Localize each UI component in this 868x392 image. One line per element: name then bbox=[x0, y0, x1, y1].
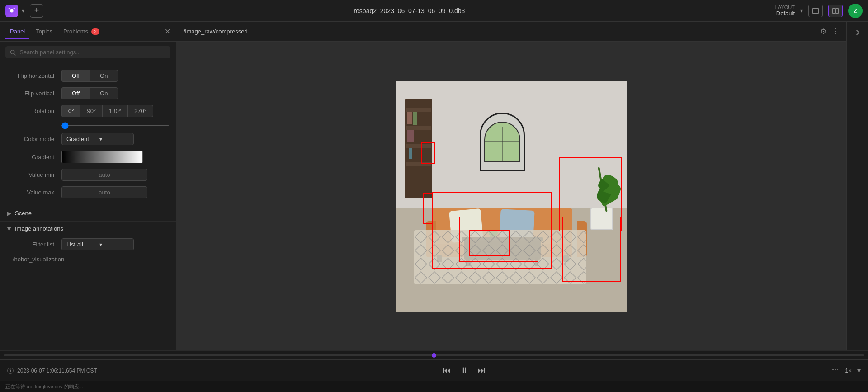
panel-tabs: Panel Topics Problems 2 ✕ bbox=[0, 22, 176, 42]
color-mode-row: Color mode Gradient ▾ bbox=[0, 130, 176, 148]
main-area: Panel Topics Problems 2 ✕ Flip horizonta… bbox=[0, 22, 868, 350]
gradient-bar[interactable] bbox=[61, 151, 143, 163]
more-options-btn[interactable]: ⋮ bbox=[832, 27, 839, 36]
filename-label: rosbag2_2023_06_07-13_06_09_0.db3 bbox=[43, 7, 775, 14]
layout-chevron[interactable]: ▾ bbox=[800, 8, 803, 14]
scene-container bbox=[396, 81, 627, 312]
bottom-right: 1× ▾ bbox=[831, 366, 861, 376]
layout-split-btn[interactable] bbox=[828, 5, 843, 17]
rotation-90-btn[interactable]: 90° bbox=[80, 105, 102, 117]
scene-section-header[interactable]: ▶ Scene ⋮ bbox=[0, 205, 176, 221]
search-input-wrap bbox=[5, 46, 170, 58]
speed-chevron-btn[interactable]: ▾ bbox=[857, 366, 861, 375]
layout-single-btn[interactable] bbox=[808, 5, 823, 17]
timeline-track[interactable] bbox=[4, 354, 864, 356]
flip-vertical-label: Flip vertical bbox=[7, 90, 61, 97]
info-icon[interactable]: ℹ bbox=[7, 368, 14, 374]
filter-list-row: Filter list List all ▾ bbox=[0, 236, 176, 253]
user-avatar[interactable]: Z bbox=[848, 4, 863, 18]
add-panel-button[interactable]: + bbox=[30, 4, 43, 18]
flip-vertical-off-btn[interactable]: Off bbox=[61, 87, 90, 99]
timestamp-label: 2023-06-07 1:06:11.654 PM CST bbox=[17, 368, 97, 374]
value-max-row: Value max bbox=[0, 184, 176, 201]
content-main: /image_raw/compressed ⚙ ⋮ bbox=[176, 22, 868, 350]
logo-chevron[interactable]: ▾ bbox=[22, 8, 24, 14]
scene-chevron-icon: ▶ bbox=[7, 210, 11, 217]
content-header: /image_raw/compressed ⚙ ⋮ bbox=[176, 22, 846, 42]
rotation-270-btn[interactable]: 270° bbox=[127, 105, 153, 117]
panel-close-button[interactable]: ✕ bbox=[165, 27, 170, 36]
svg-rect-5 bbox=[836, 8, 838, 14]
logo[interactable] bbox=[5, 5, 18, 17]
timeline-thumb[interactable] bbox=[432, 353, 436, 358]
flip-horizontal-toggle: Off On bbox=[61, 70, 118, 82]
svg-rect-3 bbox=[813, 8, 818, 14]
image-annotations-section-header[interactable]: ▶ Image annotations bbox=[0, 221, 176, 236]
tab-topics[interactable]: Topics bbox=[31, 24, 57, 39]
speed-label: 1× bbox=[845, 367, 852, 374]
problems-badge: 2 bbox=[91, 28, 99, 35]
annotation-item[interactable]: /hobot_visualization bbox=[0, 253, 176, 265]
flip-horizontal-on-btn[interactable]: On bbox=[90, 70, 118, 82]
status-text: 正在等待 api.foxglove.dev 的响应... bbox=[5, 383, 83, 390]
svg-rect-4 bbox=[833, 8, 835, 14]
flip-vertical-row: Flip vertical Off On bbox=[0, 85, 176, 102]
tab-problems[interactable]: Problems 2 bbox=[59, 24, 104, 39]
settings-icon-btn[interactable]: ⚙ bbox=[820, 27, 826, 36]
rotation-0-btn[interactable]: 0° bbox=[61, 105, 80, 117]
value-max-input[interactable] bbox=[61, 186, 147, 198]
dropdown-arrow-icon: ▾ bbox=[99, 136, 129, 142]
image-area bbox=[176, 42, 846, 350]
svg-line-7 bbox=[14, 53, 15, 55]
logo-icon bbox=[5, 5, 18, 17]
right-panel-expand-btn[interactable] bbox=[850, 25, 865, 40]
layout-value: Default bbox=[776, 10, 795, 17]
gradient-row: Gradient bbox=[0, 148, 176, 166]
bottom-left: ℹ 2023-06-07 1:06:11.654 PM CST bbox=[7, 368, 97, 374]
gradient-label: Gradient bbox=[7, 154, 61, 161]
search-input[interactable] bbox=[19, 49, 166, 56]
right-sidebar bbox=[846, 22, 868, 350]
flip-horizontal-row: Flip horizontal Off On bbox=[0, 67, 176, 85]
bottom-bar: ℹ 2023-06-07 1:06:11.654 PM CST ⏮ ⏸ ⏭ 1×… bbox=[0, 359, 868, 381]
value-min-row: Value min bbox=[0, 166, 176, 184]
rotation-slider[interactable] bbox=[61, 125, 169, 126]
skip-back-btn[interactable]: ⏮ bbox=[443, 366, 451, 375]
svg-rect-9 bbox=[414, 230, 586, 284]
value-min-label: Value min bbox=[7, 171, 61, 178]
value-min-input[interactable] bbox=[61, 169, 147, 181]
flip-horizontal-label: Flip horizontal bbox=[7, 72, 61, 79]
topbar: ▾ + rosbag2_2023_06_07-13_06_09_0.db3 LA… bbox=[0, 0, 868, 22]
topbar-right: LAYOUT Default ▾ Z bbox=[775, 4, 863, 18]
topic-path: /image_raw/compressed bbox=[184, 28, 248, 35]
playback-controls: ⏮ ⏸ ⏭ bbox=[103, 366, 826, 375]
color-mode-dropdown[interactable]: Gradient ▾ bbox=[61, 133, 134, 145]
settings-section: Flip horizontal Off On Flip vertical Off… bbox=[0, 63, 176, 205]
timeline-bar bbox=[0, 350, 868, 359]
svg-point-2 bbox=[14, 7, 15, 9]
flip-horizontal-off-btn[interactable]: Off bbox=[61, 70, 90, 82]
pause-btn[interactable]: ⏸ bbox=[460, 366, 468, 375]
filter-dropdown-arrow-icon: ▾ bbox=[99, 241, 129, 248]
svg-point-0 bbox=[10, 9, 13, 12]
value-max-label: Value max bbox=[7, 189, 61, 196]
filter-list-dropdown[interactable]: List all ▾ bbox=[61, 238, 134, 250]
color-mode-label: Color mode bbox=[7, 136, 61, 142]
layout-label: LAYOUT bbox=[775, 5, 795, 10]
rotation-row: Rotation 0° 90° 180° 270° bbox=[0, 102, 176, 120]
rotation-label: Rotation bbox=[7, 108, 61, 114]
status-bottom: 正在等待 api.foxglove.dev 的响应... bbox=[0, 381, 868, 392]
annotations-chevron-icon: ▶ bbox=[6, 227, 13, 231]
search-icon bbox=[10, 49, 16, 56]
skip-forward-btn[interactable]: ⏭ bbox=[477, 366, 486, 375]
rotation-180-btn[interactable]: 180° bbox=[102, 105, 127, 117]
tab-panel[interactable]: Panel bbox=[5, 24, 29, 39]
right-content: /image_raw/compressed ⚙ ⋮ bbox=[176, 22, 846, 350]
flip-vertical-on-btn[interactable]: On bbox=[90, 87, 118, 99]
rotation-slider-wrap bbox=[0, 120, 176, 130]
rotation-group: 0° 90° 180° 270° bbox=[61, 105, 153, 117]
loop-icon-btn[interactable] bbox=[831, 366, 840, 376]
flip-vertical-toggle: Off On bbox=[61, 87, 118, 99]
scene-menu-icon[interactable]: ⋮ bbox=[161, 209, 169, 217]
left-panel: Panel Topics Problems 2 ✕ Flip horizonta… bbox=[0, 22, 176, 350]
